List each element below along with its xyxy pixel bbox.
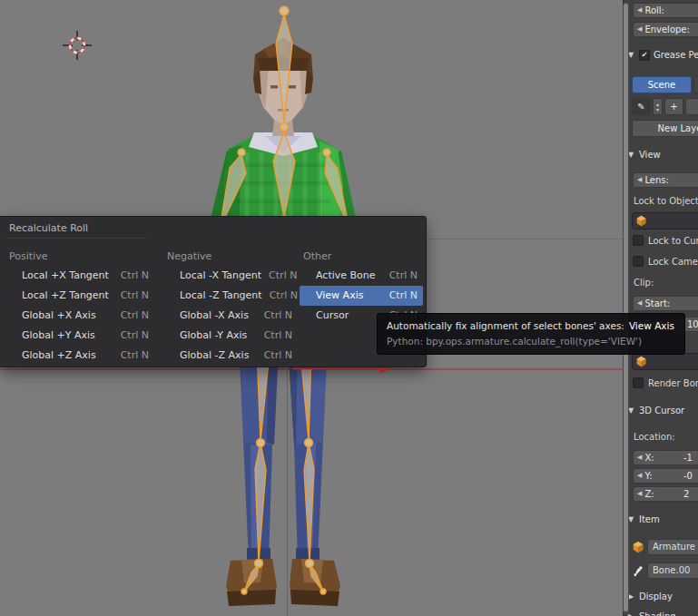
menu-item-shortcut: Ctrl N [121, 306, 149, 326]
stepper-left-icon[interactable]: ◀ [637, 300, 642, 307]
lock-to-object-selector[interactable] [632, 212, 698, 230]
gp-source-scene-button[interactable]: Scene [632, 76, 692, 93]
clip-start-label: Start: [644, 298, 670, 308]
menu-item-global-plus-y-axis[interactable]: Global +Y Axis Ctrl N [5, 326, 154, 346]
menu-item-shortcut: Ctrl N [269, 266, 297, 286]
3d-cursor-icon [63, 31, 92, 60]
envelope-field-label: Envelope: [644, 24, 690, 34]
panel-scrollbar[interactable] [623, 2, 629, 614]
render-border-label: Render Border [648, 378, 698, 388]
lens-field[interactable]: ◀ Lens: [633, 172, 698, 188]
cursor-z-label: Z: [644, 489, 654, 499]
menu-item-label: Local +Z Tangent [22, 286, 109, 306]
roll-field[interactable]: ◀ Roll: [633, 3, 698, 18]
menu-item-shortcut: Ctrl N [264, 326, 292, 346]
menu-item-shortcut: Ctrl N [264, 346, 292, 366]
menu-item-local-minus-z-tangent[interactable]: Local -Z Tangent Ctrl N [163, 286, 298, 306]
cursor-x-field[interactable]: ◀ X: -1 [633, 450, 698, 465]
render-border-checkbox[interactable] [633, 377, 644, 388]
menu-item-view-axis[interactable]: View Axis Ctrl N [300, 286, 423, 306]
clip-start-field[interactable]: ◀ Start: [633, 296, 698, 311]
gp-source-object-button[interactable] [693, 76, 698, 93]
render-border-row[interactable]: Render Border [633, 377, 698, 388]
pencil-icon: ✎ [637, 102, 644, 112]
cursor-y-label: Y: [644, 471, 652, 481]
item-panel-header[interactable]: ▼ Item [626, 512, 698, 528]
menu-item-label: Global +X Axis [22, 306, 96, 326]
cursor-y-value: -0 [683, 470, 693, 483]
menu-item-label: Global +Y Axis [22, 326, 95, 346]
spinner-down-icon: ▾ [656, 107, 659, 112]
menu-item-local-plus-x-tangent[interactable]: Local +X Tangent Ctrl N [5, 266, 154, 286]
cube-icon [632, 541, 644, 553]
menu-item-shortcut: Ctrl N [270, 286, 298, 306]
stepper-left-icon[interactable]: ◀ [637, 26, 642, 33]
lock-camera-checkbox[interactable] [633, 256, 644, 267]
display-panel-header[interactable]: ▶ Display [626, 589, 698, 605]
menu-item-local-plus-z-tangent[interactable]: Local +Z Tangent Ctrl N [5, 286, 154, 306]
lock-camera-row[interactable]: Lock Camera to View [633, 256, 698, 267]
gp-add-button[interactable]: + [664, 98, 683, 115]
menu-item-global-minus-y-axis[interactable]: Global -Y Axis Ctrl N [163, 326, 298, 346]
shading-panel-header[interactable]: ▶ Shading [626, 609, 698, 616]
menu-item-label: Global -X Axis [180, 306, 249, 326]
menu-item-global-plus-z-axis[interactable]: Global +Z Axis Ctrl N [5, 346, 154, 366]
bone-name-field[interactable]: Bone.00 [647, 562, 698, 579]
view-header-label: View [639, 147, 661, 163]
menu-item-label: Active Bone [316, 266, 376, 286]
menu-item-shortcut: Ctrl N [389, 266, 418, 286]
menu-item-shortcut: Ctrl N [121, 286, 149, 306]
tooltip-highlight-text: View Axis [629, 320, 674, 331]
stepper-left-icon[interactable]: ◀ [637, 491, 642, 497]
grease-pencil-checkbox[interactable]: ✔ [639, 50, 650, 61]
location-label: Location: [634, 432, 675, 442]
menu-item-global-plus-x-axis[interactable]: Global +X Axis Ctrl N [5, 306, 154, 326]
lock-to-object-label: Lock to Object: [634, 196, 698, 206]
menu-item-global-minus-x-axis[interactable]: Global -X Axis Ctrl N [163, 306, 298, 326]
view-panel-header[interactable]: ▼ View [626, 147, 698, 163]
menu-item-label: Global -Y Axis [180, 326, 247, 346]
panel-scrollbar-thumb[interactable] [624, 4, 628, 611]
menu-item-shortcut: Ctrl N [121, 326, 149, 346]
menu-item-label: Global +Z Axis [22, 346, 96, 366]
3d-cursor-panel-header[interactable]: ▼ 3D Cursor [626, 403, 698, 419]
cursor-y-field[interactable]: ◀ Y: -0 [633, 468, 698, 484]
menu-item-shortcut: Ctrl N [389, 286, 418, 306]
stepper-left-icon[interactable]: ◀ [637, 177, 642, 183]
lock-to-cursor-row[interactable]: Lock to Cursor [633, 235, 698, 246]
new-layer-button[interactable]: New Layer [632, 120, 698, 137]
cursor-z-field[interactable]: ◀ Z: 2 [633, 486, 698, 502]
gp-extra-button[interactable] [685, 98, 698, 115]
menu-item-local-minus-x-tangent[interactable]: Local -X Tangent Ctrl N [163, 266, 298, 286]
gp-layer-spinner[interactable]: ▴ ▾ [653, 98, 663, 115]
menu-item-global-minus-z-axis[interactable]: Global -Z Axis Ctrl N [163, 346, 298, 366]
operator-tooltip: Automatically fix alignment of select bo… [377, 313, 685, 355]
cursor-x-label: X: [644, 453, 654, 463]
menu-item-active-bone[interactable]: Active Bone Ctrl N [300, 266, 423, 286]
menu-item-label: Global -Z Axis [180, 346, 249, 366]
recalculate-roll-menu: Recalculate Roll Positive Local +X Tange… [0, 216, 427, 367]
bone-icon [632, 564, 644, 577]
grease-pencil-panel-header[interactable]: ▼ ✔ Grease Pencil [626, 47, 698, 64]
menu-item-shortcut: Ctrl N [264, 306, 292, 326]
tooltip-description-text: Automatically fix alignment of select bo… [387, 320, 624, 331]
cursor-z-value: 2 [683, 488, 689, 501]
clip-label: Clip: [634, 278, 654, 288]
menu-column-header: Negative [163, 248, 298, 266]
cube-icon [635, 215, 647, 227]
roll-field-label: Roll: [644, 5, 664, 15]
envelope-field[interactable]: ◀ Envelope: [633, 22, 698, 37]
cube-icon [635, 356, 647, 367]
stepper-left-icon[interactable]: ◀ [637, 7, 642, 14]
lock-camera-label: Lock Camera to View [648, 257, 698, 267]
gp-draw-pencil-button[interactable]: ✎ [632, 98, 651, 115]
local-camera-selector[interactable] [632, 353, 698, 370]
stepper-left-icon[interactable]: ◀ [637, 455, 642, 461]
armature-name-field[interactable]: Armature [647, 539, 698, 555]
stepper-left-icon[interactable]: ◀ [637, 473, 642, 479]
blender-window: ◀ Roll: ◀ Envelope: ▼ ✔ Grease Pencil Sc… [0, 0, 698, 616]
bone-id-row: Bone.00 [632, 562, 698, 579]
lock-to-cursor-checkbox[interactable] [633, 235, 644, 246]
menu-item-shortcut: Ctrl N [121, 266, 149, 286]
plus-icon: + [670, 102, 677, 112]
